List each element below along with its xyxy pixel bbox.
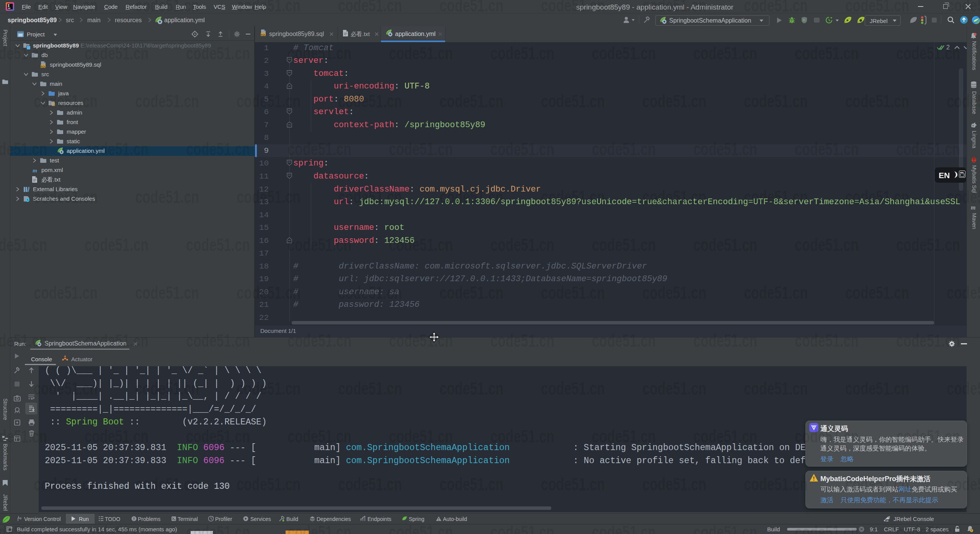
svg-text:JR: JR [886,520,889,522]
svg-text:SQL: SQL [261,33,266,36]
svg-text:m: m [33,167,37,174]
svg-text:SQL: SQL [41,65,46,68]
